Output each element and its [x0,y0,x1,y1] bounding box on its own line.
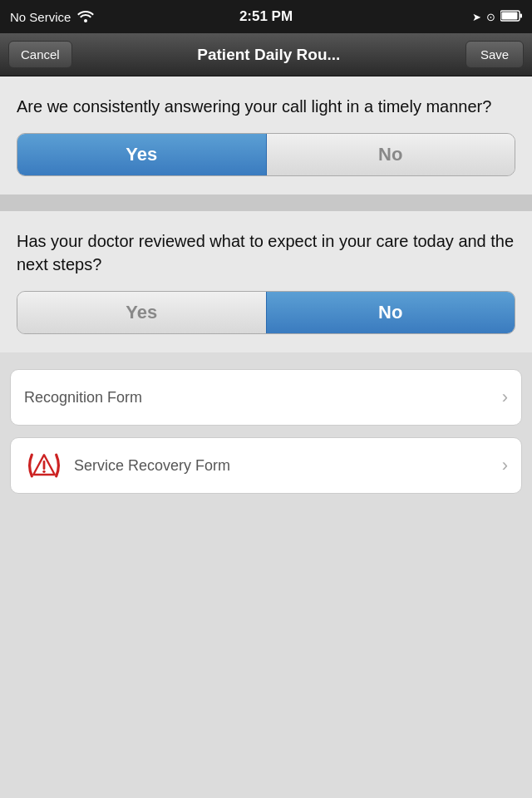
svg-point-5 [42,470,45,473]
nav-title: Patient Daily Rou... [72,46,466,64]
status-bar: No Service 2:51 PM ➤ ⊙ [0,0,532,33]
wifi-icon [77,9,94,25]
status-right: ➤ ⊙ [472,10,522,24]
clock-icon: ⊙ [486,11,495,23]
svg-rect-2 [502,12,518,19]
question-1-text: Are we consistently answering your call … [17,95,515,118]
question-2-toggle[interactable]: Yes No [17,291,515,334]
status-left: No Service [10,9,94,25]
carrier-text: No Service [10,10,71,24]
service-recovery-form-chevron-icon: › [502,455,508,476]
battery-icon [500,10,522,24]
question-1-no-button[interactable]: No [267,134,515,175]
content: Are we consistently answering your call … [0,76,532,494]
status-time: 2:51 PM [239,8,293,25]
question-1-toggle[interactable]: Yes No [17,133,515,176]
list-section: Recognition Form › Service Recovery Form… [0,369,532,494]
service-recovery-form-label: Service Recovery Form [74,457,502,475]
section-divider-1 [0,195,532,211]
save-button[interactable]: Save [466,41,524,68]
cancel-button[interactable]: Cancel [8,41,72,68]
warning-icon [24,446,64,485]
question-2-yes-button[interactable]: Yes [17,292,266,333]
recognition-form-chevron-icon: › [502,387,508,408]
recognition-form-label: Recognition Form [24,389,502,406]
question-2-block: Has your doctor reviewed what to expect … [0,211,532,352]
question-1-yes-button[interactable]: Yes [17,134,267,175]
location-icon: ➤ [472,11,481,23]
question-1-block: Are we consistently answering your call … [0,76,532,195]
service-recovery-form-item[interactable]: Service Recovery Form › [10,437,522,494]
question-2-no-button[interactable]: No [266,292,515,333]
svg-rect-1 [520,13,523,17]
nav-bar: Cancel Patient Daily Rou... Save [0,33,532,76]
recognition-form-item[interactable]: Recognition Form › [10,369,522,426]
question-2-text: Has your doctor reviewed what to expect … [17,229,515,276]
